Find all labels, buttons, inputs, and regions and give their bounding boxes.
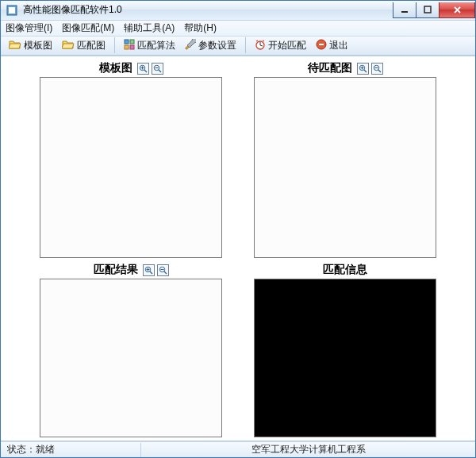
zoom-out-button[interactable] [371,63,383,75]
toolbar-start-button[interactable]: 开始匹配 [251,37,309,54]
menu-aux-tools[interactable]: 辅助工具(A) [124,21,175,35]
toolbar-params-label: 参数设置 [198,39,236,52]
pane-row-top: 模板图 待匹配图 [9,61,467,258]
pane-tomatch: 待匹配图 [254,61,436,258]
status-label: 状态： [7,444,36,455]
zoom-out-button[interactable] [157,264,169,276]
toolbar-separator [245,37,246,53]
svg-rect-2 [401,11,408,13]
zoom-in-button[interactable] [143,264,155,276]
zoom-in-button[interactable] [357,63,369,75]
pane-result: 匹配结果 [40,263,222,437]
pane-template-title: 模板图 [99,61,132,75]
pane-tomatch-header: 待匹配图 [254,61,436,77]
svg-rect-8 [186,46,189,49]
pane-tomatch-box[interactable] [254,77,436,258]
folder-open-icon [9,39,21,52]
toolbar-match-button[interactable]: 匹配图 [59,37,109,54]
statusbar: 状态：就绪 空军工程大学计算机工程系 [1,441,475,457]
svg-rect-11 [319,44,324,45]
clock-icon [255,39,266,52]
toolbar-start-label: 开始匹配 [268,39,306,52]
toolbar-algorithm-label: 匹配算法 [137,39,175,52]
svg-rect-6 [125,45,129,49]
toolbar-template-button[interactable]: 模板图 [6,37,56,54]
close-button[interactable] [439,2,475,18]
status-org: 空军工程大学计算机工程系 [141,443,475,456]
app-icon [6,4,18,17]
toolbar-match-label: 匹配图 [77,39,106,52]
pane-template: 模板图 [40,61,222,258]
app-window: 高性能图像匹配软件1.0 图像管理(I) 图像匹配(M) 辅助工具(A) 帮助(… [0,0,476,458]
zoom-group [137,63,163,75]
zoom-group [357,63,383,75]
pane-info-header: 匹配信息 [254,263,436,279]
svg-rect-1 [9,7,15,13]
menu-help[interactable]: 帮助(H) [184,21,217,35]
minimize-button[interactable] [393,2,416,18]
toolbar: 模板图 匹配图 匹配算法 参数设置 开始匹配 [1,37,475,56]
zoom-group [143,264,169,276]
pane-info-box[interactable] [254,279,436,437]
svg-rect-4 [125,40,129,44]
menubar: 图像管理(I) 图像匹配(M) 辅助工具(A) 帮助(H) [1,21,475,37]
window-title: 高性能图像匹配软件1.0 [23,3,122,17]
titlebar: 高性能图像匹配软件1.0 [1,1,475,21]
wrench-icon [185,39,196,52]
svg-rect-7 [130,45,134,49]
status-left: 状态：就绪 [1,443,61,456]
zoom-in-button[interactable] [137,63,149,75]
toolbar-template-label: 模板图 [24,39,52,52]
pane-info-title: 匹配信息 [323,263,367,277]
pane-tomatch-title: 待匹配图 [308,61,352,75]
folder-open-icon [62,39,75,52]
toolbar-exit-button[interactable]: 退出 [313,37,351,54]
pane-info: 匹配信息 [254,263,436,437]
svg-rect-3 [424,6,431,13]
zoom-out-button[interactable] [152,63,163,75]
pane-row-bottom: 匹配结果 匹配信息 [9,263,467,437]
toolbar-algorithm-button[interactable]: 匹配算法 [121,37,178,54]
grid-icon [124,39,135,52]
svg-rect-5 [130,40,134,44]
maximize-button[interactable] [416,2,440,18]
pane-result-title: 匹配结果 [94,263,138,277]
toolbar-params-button[interactable]: 参数设置 [182,37,240,54]
window-buttons [393,2,475,18]
toolbar-exit-label: 退出 [329,39,348,52]
client-area: 模板图 待匹配图 [1,56,475,441]
stop-icon [316,39,327,52]
menu-image-match[interactable]: 图像匹配(M) [62,21,114,35]
pane-template-header: 模板图 [40,61,222,77]
toolbar-separator [114,37,115,53]
menu-image-manage[interactable]: 图像管理(I) [6,21,52,35]
pane-template-box[interactable] [40,77,222,258]
status-value: 就绪 [36,444,55,455]
pane-result-box[interactable] [40,279,222,437]
pane-result-header: 匹配结果 [40,263,222,279]
